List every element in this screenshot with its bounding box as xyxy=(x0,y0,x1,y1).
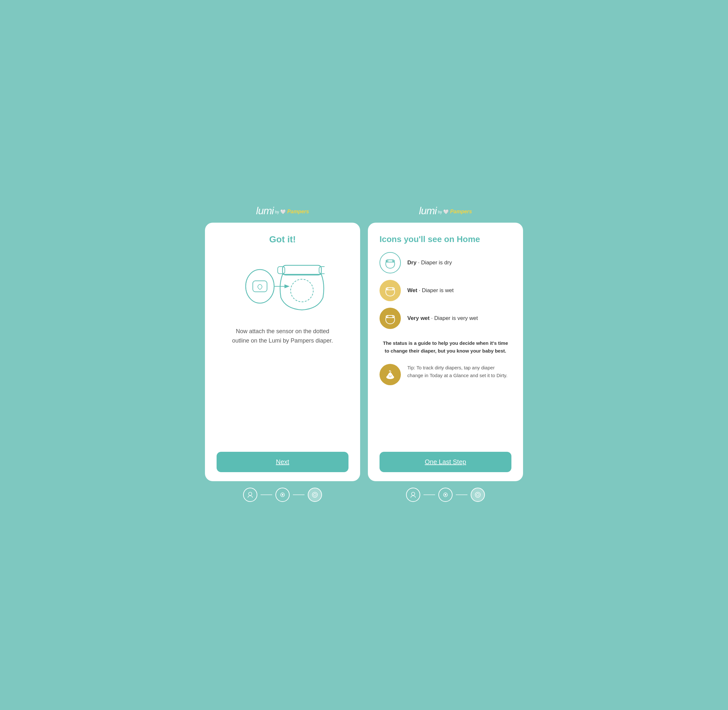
svg-rect-3 xyxy=(283,266,321,275)
one-last-step-button[interactable]: One Last Step xyxy=(380,452,511,472)
svg-point-11 xyxy=(314,493,316,496)
logo-heart-icon: 🤍 xyxy=(280,209,286,214)
icon-row-very-wet: Very wet · Diaper is very wet xyxy=(380,308,511,329)
logo-right: lumi by 🤍 Pampers xyxy=(419,198,472,223)
step-dots-left xyxy=(243,488,322,502)
wet-bold: Wet xyxy=(407,287,417,293)
svg-point-27 xyxy=(411,492,415,496)
logo-by-text-r: by xyxy=(438,210,442,214)
very-wet-bold: Very wet xyxy=(407,315,430,321)
dot-line-1 xyxy=(261,494,272,495)
svg-point-30 xyxy=(475,492,480,497)
tip-row: Tip: To track dirty diapers, tap any dia… xyxy=(380,364,511,385)
card-right: Icons you'll see on Home Dry · Diaper is… xyxy=(368,223,523,481)
dot-r-1 xyxy=(406,488,420,502)
svg-point-24 xyxy=(389,373,392,375)
dot-r-3 xyxy=(471,488,485,502)
svg-point-10 xyxy=(312,492,317,497)
svg-point-7 xyxy=(249,492,252,496)
dot-line-r-2 xyxy=(456,494,467,495)
icon-row-wet: Wet · Diaper is wet xyxy=(380,280,511,301)
svg-rect-4 xyxy=(278,267,285,274)
status-note: The status is a guide to help you decide… xyxy=(380,339,511,355)
diaper-illustration xyxy=(241,252,324,317)
card-left-title: Got it! xyxy=(269,234,296,245)
card-left-description: Now attach the sensor on the dotted outl… xyxy=(231,327,334,345)
svg-point-9 xyxy=(282,494,283,496)
screen-left: lumi by 🤍 Pampers Got it! xyxy=(205,198,360,512)
svg-point-31 xyxy=(477,493,479,496)
tip-text: Tip: To track dirty diapers, tap any dia… xyxy=(407,364,511,379)
icon-row-dry: Dry · Diaper is dry xyxy=(380,252,511,273)
svg-point-0 xyxy=(246,270,274,303)
logo-by-text: by xyxy=(275,210,279,214)
svg-point-6 xyxy=(291,279,313,302)
logo-heart-icon-r: 🤍 xyxy=(443,209,449,214)
dot-1 xyxy=(243,488,257,502)
logo-lumi-text: lumi xyxy=(256,205,274,217)
svg-point-26 xyxy=(391,375,392,376)
dry-label: Dry · Diaper is dry xyxy=(407,259,452,267)
dot-r-2 xyxy=(438,488,452,502)
screen-right: lumi by 🤍 Pampers Icons you'll see on Ho… xyxy=(368,198,523,512)
screens-container: lumi by 🤍 Pampers Got it! xyxy=(205,198,523,512)
logo-pampers-text-r: Pampers xyxy=(450,209,472,214)
dry-bold: Dry xyxy=(407,260,416,266)
dot-2 xyxy=(276,488,290,502)
card-right-title: Icons you'll see on Home xyxy=(380,234,511,244)
tip-icon-circle xyxy=(380,364,401,385)
very-wet-icon-circle xyxy=(380,308,401,329)
step-dots-right xyxy=(406,488,485,502)
dot-line-2 xyxy=(293,494,305,495)
logo-lumi-text-r: lumi xyxy=(419,205,437,217)
logo-pampers-text: Pampers xyxy=(287,209,309,214)
logo-left: lumi by 🤍 Pampers xyxy=(256,198,309,223)
svg-point-25 xyxy=(389,375,389,376)
svg-rect-1 xyxy=(253,281,267,292)
dot-3 xyxy=(308,488,322,502)
next-button[interactable]: Next xyxy=(217,452,348,472)
dry-icon-circle xyxy=(380,252,401,273)
wet-icon-circle xyxy=(380,280,401,301)
svg-point-29 xyxy=(445,494,446,496)
wet-label: Wet · Diaper is wet xyxy=(407,287,454,295)
dot-line-r-1 xyxy=(423,494,435,495)
card-left: Got it! xyxy=(205,223,360,481)
very-wet-label: Very wet · Diaper is very wet xyxy=(407,314,478,322)
svg-rect-5 xyxy=(319,267,324,274)
